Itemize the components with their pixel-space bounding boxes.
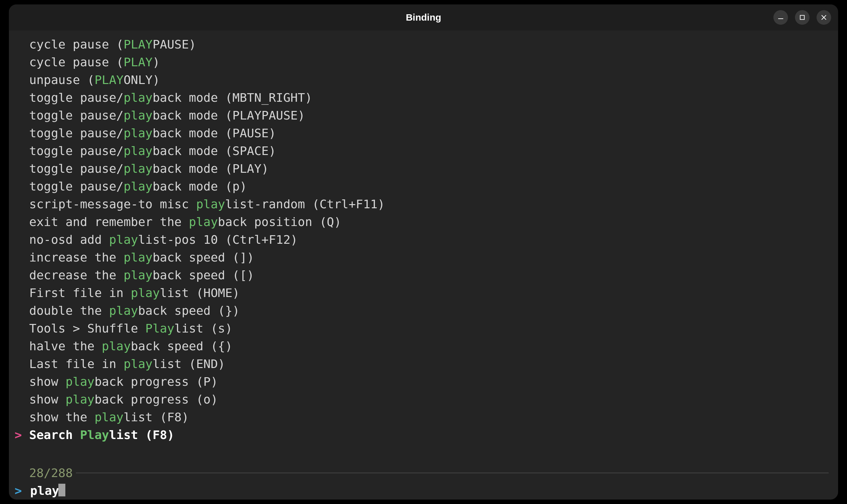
match-highlight: play bbox=[65, 375, 94, 389]
match-highlight: play bbox=[123, 250, 153, 264]
result-line[interactable]: decrease the playback speed ([) bbox=[9, 266, 838, 284]
search-input[interactable]: play bbox=[30, 482, 59, 500]
result-line[interactable]: toggle pause/playback mode (MBTN_RIGHT) bbox=[9, 89, 838, 107]
result-line[interactable]: show the playlist (F8) bbox=[9, 408, 838, 426]
app-window: Binding cycle pause (PLAYPAUSE)cycle pau… bbox=[9, 4, 838, 500]
result-line[interactable]: cycle pause (PLAY) bbox=[9, 53, 838, 71]
result-line[interactable]: double the playback speed (}) bbox=[9, 302, 838, 320]
match-highlight: play bbox=[109, 233, 138, 247]
result-line[interactable]: toggle pause/playback mode (SPACE) bbox=[9, 142, 838, 160]
close-button[interactable] bbox=[816, 10, 831, 25]
svg-rect-0 bbox=[778, 18, 783, 19]
result-line[interactable]: increase the playback speed (]) bbox=[9, 249, 838, 266]
result-line[interactable]: toggle pause/playback mode (p) bbox=[9, 178, 838, 195]
match-highlight: PLAY bbox=[94, 73, 124, 87]
result-line[interactable]: Last file in playlist (END) bbox=[9, 355, 838, 373]
match-highlight: play bbox=[123, 162, 153, 176]
result-line[interactable]: unpause (PLAYONLY) bbox=[9, 71, 838, 89]
minimize-button[interactable] bbox=[773, 10, 788, 25]
match-highlight: play bbox=[109, 304, 138, 318]
svg-rect-1 bbox=[800, 16, 805, 20]
match-highlight: Play bbox=[145, 321, 174, 335]
result-line[interactable]: show playback progress (P) bbox=[9, 373, 838, 391]
maximize-icon bbox=[800, 15, 805, 20]
match-highlight: play bbox=[131, 286, 160, 300]
result-line[interactable]: toggle pause/playback mode (PLAYPAUSE) bbox=[9, 107, 838, 124]
search-prompt-row[interactable]: > play bbox=[9, 482, 838, 500]
results-list[interactable]: cycle pause (PLAYPAUSE)cycle pause (PLAY… bbox=[9, 36, 838, 464]
match-highlight: play bbox=[123, 126, 153, 140]
match-highlight: PLAY bbox=[123, 37, 153, 51]
window-controls bbox=[773, 10, 831, 25]
match-highlight: play bbox=[196, 197, 225, 211]
result-line[interactable]: script-message-to misc playlist-random (… bbox=[9, 195, 838, 213]
titlebar: Binding bbox=[9, 4, 838, 31]
prompt-marker: > bbox=[15, 482, 30, 500]
match-highlight: play bbox=[123, 108, 153, 122]
match-highlight: play bbox=[102, 339, 131, 353]
match-highlight: play bbox=[123, 357, 153, 371]
match-highlight: play bbox=[123, 268, 153, 282]
match-highlight: play bbox=[189, 215, 218, 229]
status-row: 28/288 bbox=[9, 464, 838, 482]
minimize-icon bbox=[778, 15, 783, 20]
match-highlight: play bbox=[65, 392, 94, 407]
result-line[interactable]: cycle pause (PLAYPAUSE) bbox=[9, 36, 838, 53]
content-area: cycle pause (PLAYPAUSE)cycle pause (PLAY… bbox=[9, 31, 838, 500]
match-highlight: play bbox=[123, 144, 153, 158]
match-highlight: play bbox=[123, 179, 153, 193]
close-icon bbox=[821, 15, 827, 20]
result-line[interactable]: exit and remember the playback position … bbox=[9, 213, 838, 231]
result-line[interactable]: toggle pause/playback mode (PLAY) bbox=[9, 160, 838, 178]
divider-line bbox=[76, 473, 829, 473]
result-line[interactable]: First file in playlist (HOME) bbox=[9, 284, 838, 302]
result-count: 28/288 bbox=[29, 464, 76, 482]
match-highlight: PLAY bbox=[123, 55, 153, 69]
result-line[interactable]: show playback progress (o) bbox=[9, 391, 838, 408]
maximize-button[interactable] bbox=[795, 10, 810, 25]
window-title: Binding bbox=[406, 12, 441, 23]
result-line[interactable]: Search Playlist (F8) bbox=[9, 426, 838, 444]
result-line[interactable]: no-osd add playlist-pos 10 (Ctrl+F12) bbox=[9, 231, 838, 249]
match-highlight: play bbox=[94, 410, 124, 424]
result-line[interactable]: halve the playback speed ({) bbox=[9, 337, 838, 355]
result-line[interactable]: toggle pause/playback mode (PAUSE) bbox=[9, 124, 838, 142]
match-highlight: play bbox=[123, 91, 153, 105]
match-highlight: Play bbox=[80, 428, 109, 442]
result-line[interactable]: Tools > Shuffle Playlist (s) bbox=[9, 320, 838, 337]
text-cursor bbox=[58, 484, 65, 497]
